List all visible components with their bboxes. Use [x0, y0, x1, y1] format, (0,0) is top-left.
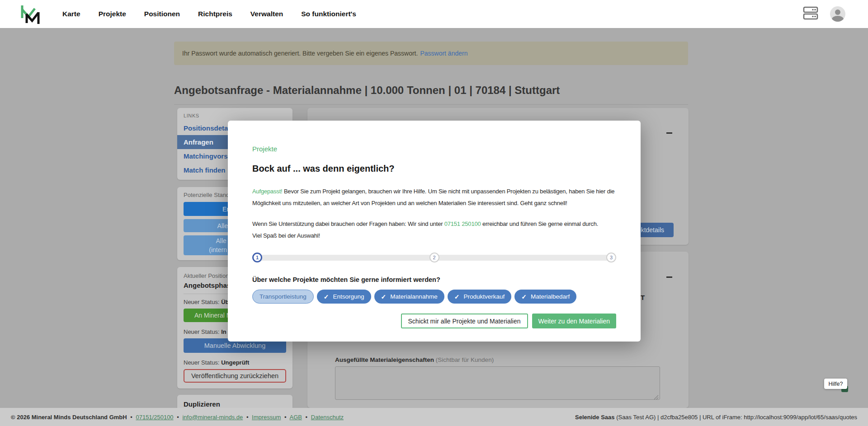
footer-impressum-link[interactable]: Impressum — [252, 414, 281, 421]
modal-question: Über welche Projekte möchten Sie gerne i… — [252, 276, 616, 283]
chip-materialbedarf[interactable]: ✓Materialbedarf — [514, 290, 576, 304]
check-icon: ✓ — [521, 293, 527, 300]
modal-support-paragraph: Wenn Sie Unterstützung dabei brauchen od… — [252, 218, 616, 242]
collapse-minus-icon[interactable] — [666, 274, 672, 280]
status-row: Neuer Status: Ungeprüft — [184, 359, 286, 366]
weiter-materialien-button[interactable]: Weiter zu den Materialien — [532, 314, 616, 328]
top-navbar: Karte Projekte Positionen Richtpreis Ver… — [0, 0, 868, 28]
user-avatar[interactable] — [830, 6, 845, 22]
help-tooltip[interactable]: Hilfe? — [824, 379, 847, 389]
collapse-minus-icon[interactable] — [666, 130, 672, 136]
modal-kicker: Projekte — [252, 145, 616, 153]
step-2-indicator: 2 — [429, 253, 439, 262]
modal-actions: Schickt mir alle Projekte und Materialie… — [252, 314, 616, 328]
chip-materialannahme[interactable]: ✓Materialannahme — [374, 290, 444, 304]
footer-agb-link[interactable]: AGB — [289, 414, 302, 421]
nav-item-verwalten[interactable]: Verwalten — [250, 10, 283, 18]
footer-environment-info: Selenide Saas (Saas Test AG) | d2cfba25e… — [575, 414, 857, 421]
banner-text: Ihr Passwort wurde automatisch generiert… — [182, 50, 418, 57]
avatar-person-icon — [835, 9, 840, 15]
links-card-label: LINKS — [177, 113, 292, 118]
mineral-minds-logo-icon[interactable] — [20, 4, 41, 24]
check-icon: ✓ — [454, 293, 460, 300]
project-type-chips: Transportleistung ✓Entsorgung ✓Materiala… — [252, 290, 616, 304]
veroeffentlichung-zurueckziehen-button[interactable]: Veröffentlichung zurückziehen — [184, 369, 286, 383]
material-properties-label: Ausgefüllte Materialeigenschaften (Sicht… — [335, 356, 494, 363]
step-progress-bar — [261, 255, 431, 261]
password-warning-banner: Ihr Passwort wurde automatisch generiert… — [174, 42, 688, 65]
header-icons — [803, 0, 845, 28]
nav-item-so-funktionierts[interactable]: So funktioniert's — [301, 10, 356, 18]
chip-produktverkauf[interactable]: ✓Produktverkauf — [448, 290, 512, 304]
material-properties-textarea[interactable] — [335, 366, 660, 400]
wizard-stepper: 1 2 3 — [252, 253, 616, 262]
nav-item-karte[interactable]: Karte — [62, 10, 80, 18]
footer-email-link[interactable]: info@mineral-minds.de — [182, 414, 243, 421]
hidden-heading-fragment: T — [641, 294, 645, 301]
page-title: Angebotsanfrage - Materialannahme | 10.0… — [174, 84, 688, 105]
duplizieren-header[interactable]: Duplizieren — [184, 400, 286, 408]
footer: © 2026 Mineral Minds Deutschland GmbH • … — [0, 408, 868, 426]
modal-heading: Bock auf ... was denn eigentlich? — [252, 164, 616, 174]
chip-transportleistung[interactable]: Transportleistung — [252, 290, 314, 304]
app-screen: Karte Projekte Positionen Richtpreis Ver… — [0, 0, 868, 426]
phone-link[interactable]: 07151 250100 — [444, 220, 481, 227]
check-icon: ✓ — [381, 293, 387, 300]
footer-phone-link[interactable]: 07151/250100 — [136, 414, 173, 421]
modal-intro-paragraph: Aufgepasst! Bevor Sie zum Projekt gelang… — [252, 186, 616, 209]
check-icon: ✓ — [324, 293, 329, 300]
step-3-indicator: 3 — [606, 253, 616, 262]
step-1-indicator: 1 — [252, 253, 262, 262]
nav-item-richtpreis[interactable]: Richtpreis — [198, 10, 232, 18]
footer-datenschutz-link[interactable]: Datenschutz — [311, 414, 344, 421]
footer-left: © 2026 Mineral Minds Deutschland GmbH • … — [11, 414, 344, 421]
nav-item-projekte[interactable]: Projekte — [99, 10, 126, 18]
main-nav: Karte Projekte Positionen Richtpreis Ver… — [62, 0, 356, 28]
footer-copyright: © 2026 Mineral Minds Deutschland GmbH — [11, 414, 127, 421]
step-progress-bar — [438, 255, 608, 261]
nav-item-positionen[interactable]: Positionen — [144, 10, 180, 18]
change-password-link[interactable]: Passwort ändern — [420, 50, 467, 57]
server-list-icon[interactable] — [803, 6, 818, 22]
projekte-onboarding-modal: Projekte Bock auf ... was denn eigentlic… — [228, 121, 641, 342]
alle-projekte-button[interactable]: Schickt mir alle Projekte und Materialie… — [401, 314, 528, 328]
chip-entsorgung[interactable]: ✓Entsorgung — [317, 290, 371, 304]
